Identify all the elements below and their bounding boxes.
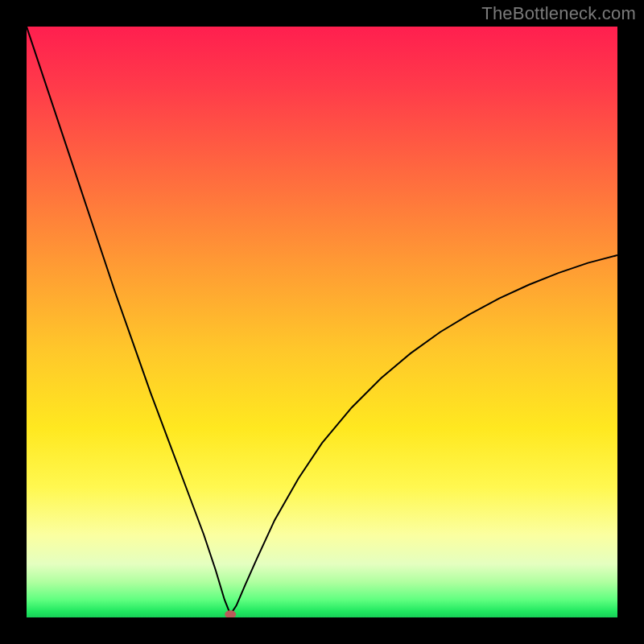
bottleneck-curve: [27, 27, 617, 614]
watermark-text: TheBottleneck.com: [481, 3, 636, 24]
plot-area: [27, 27, 617, 617]
minimum-marker: [225, 610, 236, 617]
chart-frame: TheBottleneck.com: [0, 0, 644, 644]
curve-svg: [27, 27, 617, 617]
